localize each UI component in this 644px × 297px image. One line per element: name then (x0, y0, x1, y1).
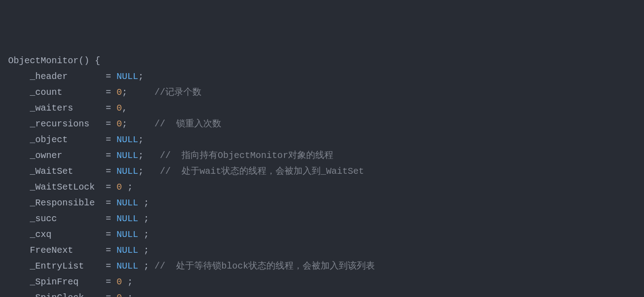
code-token-comment: // 处于等待锁block状态的线程，会被加入到该列表 (154, 261, 375, 271)
code-token-identifier: _cxq (30, 229, 106, 240)
code-line: _count = 0; //记录个数 (8, 84, 636, 100)
code-token-semicolon: , (122, 103, 127, 113)
code-token-operator: = (106, 166, 117, 176)
code-token-operator: = (106, 213, 117, 224)
code-token-operator: = (106, 261, 117, 271)
code-token-semicolon: ; (122, 87, 154, 97)
code-token-operator: = (106, 245, 117, 255)
code-token-semicolon: ; (138, 229, 149, 240)
code-token-semicolon: ; (138, 198, 149, 208)
code-token-semicolon: ; (138, 261, 154, 271)
code-token-keyword-null: NULL (117, 71, 138, 82)
code-token-keyword-null: NULL (117, 213, 138, 224)
code-line: _owner = NULL; // 指向持有ObjectMonitor对象的线程 (8, 148, 636, 163)
code-token-identifier: _SpinClock (30, 292, 106, 297)
code-token-operator: = (106, 87, 117, 97)
code-token-identifier: FreeNext (30, 245, 106, 255)
code-line: FreeNext = NULL ; (8, 242, 636, 258)
code-token-semicolon: ; (138, 71, 144, 82)
code-line: _EntryList = NULL ; // 处于等待锁block状态的线程，会… (8, 258, 636, 274)
code-token-semicolon: ; (138, 150, 160, 161)
code-token-identifier: ObjectMonitor() (8, 56, 95, 66)
code-token-identifier: _count (30, 87, 106, 97)
code-token-keyword-null: NULL (117, 150, 138, 161)
code-token-operator: = (106, 103, 117, 113)
code-token-identifier: _WaitSetLock (30, 182, 106, 192)
code-token-semicolon: ; (122, 277, 133, 287)
code-token-identifier: _WaitSet (30, 166, 106, 176)
code-token-keyword-null: NULL (117, 229, 138, 240)
code-token-identifier: _SpinFreq (30, 277, 106, 287)
code-line: _Responsible = NULL ; (8, 195, 636, 211)
code-token-comment: // 处于wait状态的线程，会被加入到_WaitSet (160, 166, 364, 176)
code-token-operator: = (106, 277, 117, 287)
code-token-number: 0 (117, 103, 122, 113)
code-token-operator: = (106, 229, 117, 240)
code-line: _succ = NULL ; (8, 211, 636, 227)
code-token-number: 0 (117, 119, 122, 129)
code-token-operator: = (106, 150, 117, 161)
code-token-semicolon: ; (138, 245, 149, 255)
code-token-number: 0 (117, 277, 122, 287)
code-token-keyword-null: NULL (117, 245, 138, 255)
code-token-identifier: _succ (30, 213, 106, 224)
code-token-identifier: _recursions (30, 119, 106, 129)
code-token-operator: = (106, 135, 117, 145)
code-token-identifier: _owner (30, 150, 106, 161)
code-token-keyword-null: NULL (117, 166, 138, 176)
code-line: _SpinFreq = 0 ; (8, 274, 636, 290)
code-token-operator: = (106, 198, 117, 208)
code-token-keyword-null: NULL (117, 135, 138, 145)
code-token-operator: = (106, 182, 117, 192)
code-token-semicolon: ; (122, 119, 154, 129)
code-token-identifier: _object (30, 135, 106, 145)
code-line: _waiters = 0, (8, 100, 636, 116)
code-line: _header = NULL; (8, 69, 636, 84)
code-line: _object = NULL; (8, 132, 636, 148)
code-token-keyword-null: NULL (117, 261, 138, 271)
code-line: _recursions = 0; // 锁重入次数 (8, 116, 636, 132)
code-token-semicolon: ; (122, 182, 133, 192)
code-token-semicolon: ; (122, 292, 133, 297)
code-token-brace: { (95, 56, 100, 66)
code-token-identifier: _Responsible (30, 198, 106, 208)
code-block: ObjectMonitor() { _header = NULL; _count… (8, 53, 636, 297)
code-token-identifier: _EntryList (30, 261, 106, 271)
code-token-number: 0 (117, 87, 122, 97)
code-token-operator: = (106, 71, 117, 82)
code-token-semicolon: ; (138, 213, 149, 224)
code-token-number: 0 (117, 182, 122, 192)
code-line: _cxq = NULL ; (8, 227, 636, 242)
code-token-number: 0 (117, 292, 122, 297)
code-token-semicolon: ; (138, 166, 160, 176)
code-line: _WaitSet = NULL; // 处于wait状态的线程，会被加入到_Wa… (8, 163, 636, 179)
code-line: _SpinClock = 0 ; (8, 290, 636, 297)
code-token-operator: = (106, 292, 117, 297)
code-token-operator: = (106, 119, 117, 129)
code-token-identifier: _header (30, 71, 106, 82)
code-token-comment: // 锁重入次数 (154, 119, 221, 129)
code-token-comment: //记录个数 (154, 87, 201, 97)
code-token-semicolon: ; (138, 135, 144, 145)
code-token-comment: // 指向持有ObjectMonitor对象的线程 (160, 150, 333, 161)
code-token-keyword-null: NULL (117, 198, 138, 208)
code-line: _WaitSetLock = 0 ; (8, 179, 636, 195)
code-token-identifier: _waiters (30, 103, 106, 113)
code-line: ObjectMonitor() { (8, 53, 636, 69)
